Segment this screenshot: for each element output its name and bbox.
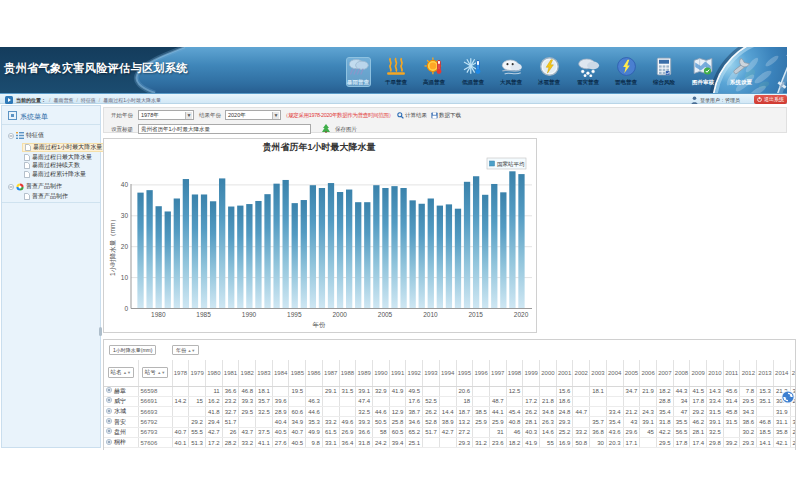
svg-text:1990: 1990 <box>242 311 257 318</box>
svg-text:2015: 2015 <box>468 311 483 318</box>
svg-text:贵州省历年1小时最大降水量: 贵州省历年1小时最大降水量 <box>262 142 375 152</box>
svg-text:30: 30 <box>121 212 129 219</box>
svg-text:2005: 2005 <box>378 311 393 318</box>
svg-text:20: 20 <box>121 243 129 250</box>
svg-text:0: 0 <box>124 305 128 312</box>
svg-text:10: 10 <box>121 274 129 281</box>
svg-text:1小时降水量（mm）: 1小时降水量（mm） <box>109 216 117 276</box>
svg-text:年份: 年份 <box>313 321 327 329</box>
svg-text:2010: 2010 <box>423 311 438 318</box>
svg-text:1995: 1995 <box>287 311 302 318</box>
svg-text:2000: 2000 <box>332 311 347 318</box>
svg-text:1980: 1980 <box>151 311 166 318</box>
svg-text:40: 40 <box>121 181 129 188</box>
svg-text:国家站平均: 国家站平均 <box>497 161 525 168</box>
svg-text:1985: 1985 <box>196 311 211 318</box>
svg-text:2020: 2020 <box>514 311 529 318</box>
